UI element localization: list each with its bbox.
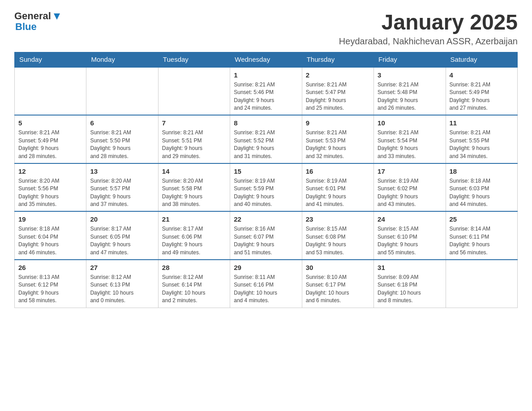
- calendar-day-cell: 15Sunrise: 8:19 AM Sunset: 5:59 PM Dayli…: [230, 163, 302, 212]
- calendar-day-cell: [86, 67, 158, 116]
- calendar-day-cell: 22Sunrise: 8:16 AM Sunset: 6:07 PM Dayli…: [230, 211, 302, 260]
- day-info: Sunrise: 8:21 AM Sunset: 5:49 PM Dayligh…: [18, 129, 82, 160]
- logo-general: General: [14, 11, 51, 21]
- day-info: Sunrise: 8:12 AM Sunset: 6:13 PM Dayligh…: [90, 274, 154, 305]
- day-info: Sunrise: 8:18 AM Sunset: 6:04 PM Dayligh…: [18, 225, 82, 257]
- day-info: Sunrise: 8:20 AM Sunset: 5:57 PM Dayligh…: [90, 177, 154, 209]
- calendar-day-cell: 14Sunrise: 8:20 AM Sunset: 5:58 PM Dayli…: [158, 163, 230, 212]
- day-info: Sunrise: 8:19 AM Sunset: 5:59 PM Dayligh…: [234, 177, 298, 209]
- day-number: 19: [18, 214, 82, 224]
- calendar-week-row: 19Sunrise: 8:18 AM Sunset: 6:04 PM Dayli…: [15, 211, 518, 260]
- calendar-day-cell: 2Sunrise: 8:21 AM Sunset: 5:47 PM Daylig…: [302, 67, 373, 116]
- day-of-week-header: Wednesday: [230, 52, 302, 67]
- day-info: Sunrise: 8:21 AM Sunset: 5:52 PM Dayligh…: [234, 129, 298, 160]
- day-number: 31: [378, 263, 442, 272]
- calendar-body: 1Sunrise: 8:21 AM Sunset: 5:46 PM Daylig…: [15, 67, 518, 308]
- day-info: Sunrise: 8:20 AM Sunset: 5:58 PM Dayligh…: [162, 177, 226, 209]
- day-number: 30: [306, 263, 370, 272]
- calendar-day-cell: 26Sunrise: 8:13 AM Sunset: 6:12 PM Dayli…: [15, 260, 86, 308]
- day-info: Sunrise: 8:09 AM Sunset: 6:18 PM Dayligh…: [378, 274, 442, 305]
- calendar-day-cell: 29Sunrise: 8:11 AM Sunset: 6:16 PM Dayli…: [230, 260, 302, 308]
- day-number: 4: [450, 70, 514, 80]
- day-number: 26: [18, 263, 82, 272]
- day-number: 1: [234, 70, 298, 80]
- day-info: Sunrise: 8:19 AM Sunset: 6:01 PM Dayligh…: [306, 177, 370, 209]
- day-number: 16: [306, 167, 370, 176]
- day-info: Sunrise: 8:16 AM Sunset: 6:07 PM Dayligh…: [234, 225, 298, 257]
- calendar-week-row: 12Sunrise: 8:20 AM Sunset: 5:56 PM Dayli…: [15, 163, 518, 212]
- calendar-day-cell: 21Sunrise: 8:17 AM Sunset: 6:06 PM Dayli…: [158, 211, 230, 260]
- day-info: Sunrise: 8:15 AM Sunset: 6:08 PM Dayligh…: [306, 225, 370, 257]
- logo-blue: Blue: [15, 21, 37, 32]
- calendar-week-row: 26Sunrise: 8:13 AM Sunset: 6:12 PM Dayli…: [15, 260, 518, 308]
- day-number: 13: [90, 167, 154, 176]
- calendar-day-cell: 25Sunrise: 8:14 AM Sunset: 6:11 PM Dayli…: [446, 211, 517, 260]
- day-info: Sunrise: 8:18 AM Sunset: 6:03 PM Dayligh…: [450, 177, 514, 209]
- day-number: 29: [234, 263, 298, 272]
- calendar-day-cell: 9Sunrise: 8:21 AM Sunset: 5:53 PM Daylig…: [302, 115, 373, 163]
- calendar-week-row: 1Sunrise: 8:21 AM Sunset: 5:46 PM Daylig…: [15, 67, 518, 116]
- day-number: 17: [378, 167, 442, 176]
- day-info: Sunrise: 8:21 AM Sunset: 5:54 PM Dayligh…: [378, 129, 442, 160]
- day-number: 10: [378, 118, 442, 128]
- day-number: 8: [234, 118, 298, 128]
- day-info: Sunrise: 8:17 AM Sunset: 6:06 PM Dayligh…: [162, 225, 226, 257]
- calendar-header: SundayMondayTuesdayWednesdayThursdayFrid…: [15, 52, 518, 67]
- day-number: 22: [234, 214, 298, 224]
- day-info: Sunrise: 8:15 AM Sunset: 6:10 PM Dayligh…: [378, 225, 442, 257]
- day-info: Sunrise: 8:21 AM Sunset: 5:51 PM Dayligh…: [162, 129, 226, 160]
- calendar-day-cell: 6Sunrise: 8:21 AM Sunset: 5:50 PM Daylig…: [86, 115, 158, 163]
- logo-triangle-icon: [52, 12, 62, 21]
- calendar-table: SundayMondayTuesdayWednesdayThursdayFrid…: [14, 52, 518, 308]
- calendar-day-cell: 23Sunrise: 8:15 AM Sunset: 6:08 PM Dayli…: [302, 211, 373, 260]
- calendar-day-cell: 31Sunrise: 8:09 AM Sunset: 6:18 PM Dayli…: [374, 260, 446, 308]
- day-info: Sunrise: 8:21 AM Sunset: 5:48 PM Dayligh…: [378, 81, 442, 112]
- day-number: 12: [18, 167, 82, 176]
- day-of-week-header: Friday: [374, 52, 446, 67]
- day-info: Sunrise: 8:21 AM Sunset: 5:49 PM Dayligh…: [450, 81, 514, 112]
- title-section: January 2025 Heydarabad, Nakhichevan ASS…: [339, 11, 518, 47]
- day-info: Sunrise: 8:11 AM Sunset: 6:16 PM Dayligh…: [234, 274, 298, 305]
- day-number: 5: [18, 118, 82, 128]
- calendar-day-cell: 8Sunrise: 8:21 AM Sunset: 5:52 PM Daylig…: [230, 115, 302, 163]
- day-info: Sunrise: 8:21 AM Sunset: 5:47 PM Dayligh…: [306, 81, 370, 112]
- day-info: Sunrise: 8:21 AM Sunset: 5:55 PM Dayligh…: [450, 129, 514, 160]
- day-number: 18: [450, 167, 514, 176]
- day-number: 15: [234, 167, 298, 176]
- day-info: Sunrise: 8:13 AM Sunset: 6:12 PM Dayligh…: [18, 274, 82, 305]
- day-of-week-header: Sunday: [15, 52, 86, 67]
- day-of-week-header: Monday: [86, 52, 158, 67]
- svg-marker-0: [54, 13, 60, 20]
- day-info: Sunrise: 8:21 AM Sunset: 5:53 PM Dayligh…: [306, 129, 370, 160]
- calendar-day-cell: 28Sunrise: 8:12 AM Sunset: 6:14 PM Dayli…: [158, 260, 230, 308]
- day-number: 6: [90, 118, 154, 128]
- calendar-day-cell: 24Sunrise: 8:15 AM Sunset: 6:10 PM Dayli…: [374, 211, 446, 260]
- calendar-day-cell: 12Sunrise: 8:20 AM Sunset: 5:56 PM Dayli…: [15, 163, 86, 212]
- calendar-day-cell: 18Sunrise: 8:18 AM Sunset: 6:03 PM Dayli…: [446, 163, 517, 212]
- calendar-day-cell: 20Sunrise: 8:17 AM Sunset: 6:05 PM Dayli…: [86, 211, 158, 260]
- day-info: Sunrise: 8:10 AM Sunset: 6:17 PM Dayligh…: [306, 274, 370, 305]
- day-info: Sunrise: 8:21 AM Sunset: 5:46 PM Dayligh…: [234, 81, 298, 112]
- logo: General Blue: [14, 11, 62, 32]
- day-info: Sunrise: 8:17 AM Sunset: 6:05 PM Dayligh…: [90, 225, 154, 257]
- calendar-day-cell: [15, 67, 86, 116]
- location-title: Heydarabad, Nakhichevan ASSR, Azerbaijan: [339, 36, 518, 47]
- calendar-day-cell: [446, 260, 517, 308]
- calendar-day-cell: 3Sunrise: 8:21 AM Sunset: 5:48 PM Daylig…: [374, 67, 446, 116]
- calendar-day-cell: [158, 67, 230, 116]
- calendar-day-cell: 30Sunrise: 8:10 AM Sunset: 6:17 PM Dayli…: [302, 260, 373, 308]
- day-number: 14: [162, 167, 226, 176]
- day-info: Sunrise: 8:20 AM Sunset: 5:56 PM Dayligh…: [18, 177, 82, 209]
- day-number: 11: [450, 118, 514, 128]
- day-number: 9: [306, 118, 370, 128]
- calendar-day-cell: 5Sunrise: 8:21 AM Sunset: 5:49 PM Daylig…: [15, 115, 86, 163]
- page-header: General Blue January 2025 Heydarabad, Na…: [14, 11, 518, 47]
- day-info: Sunrise: 8:14 AM Sunset: 6:11 PM Dayligh…: [450, 225, 514, 257]
- day-info: Sunrise: 8:19 AM Sunset: 6:02 PM Dayligh…: [378, 177, 442, 209]
- day-number: 21: [162, 214, 226, 224]
- day-number: 3: [378, 70, 442, 80]
- month-title: January 2025: [339, 11, 518, 34]
- day-of-week-header: Tuesday: [158, 52, 230, 67]
- calendar-day-cell: 11Sunrise: 8:21 AM Sunset: 5:55 PM Dayli…: [446, 115, 517, 163]
- header-row: SundayMondayTuesdayWednesdayThursdayFrid…: [15, 52, 518, 67]
